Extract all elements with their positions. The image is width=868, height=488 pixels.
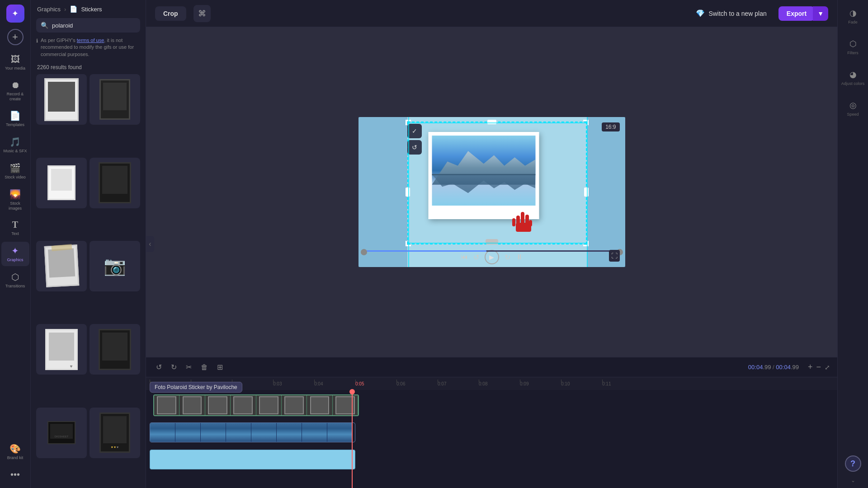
results-count: 2260 results found	[31, 62, 146, 74]
sidebar-item-record-create[interactable]: ⏺ Record &create	[1, 76, 29, 105]
right-tool-fade[interactable]: ◑ Fade	[840, 5, 867, 28]
adjust-colors-icon: ◕	[849, 70, 857, 80]
forward-button[interactable]: ↻	[505, 253, 510, 262]
right-tool-filters[interactable]: ⬡ Filters	[840, 35, 867, 59]
crop-drag-handle[interactable]	[486, 239, 498, 244]
video-thumb	[201, 423, 226, 442]
track-blue-bar[interactable]	[150, 450, 355, 469]
sticker-item[interactable]	[90, 324, 140, 375]
track-blue	[146, 447, 837, 472]
search-icon: 🔍	[41, 22, 48, 29]
search-input[interactable]	[52, 22, 136, 29]
mask-icon: ⌘	[198, 9, 206, 18]
track-frame	[333, 395, 358, 415]
crop-line-top	[408, 122, 588, 123]
filters-icon: ⬡	[849, 39, 857, 49]
your-media-icon: 🖼	[11, 54, 20, 65]
sidebar-item-graphics[interactable]: ✦ Graphics	[1, 242, 29, 266]
timeline-zoom-out-button[interactable]: −	[816, 362, 821, 372]
timeline-toolbar: ↺ ↻ ✂ 🗑 ⊞ 00:04.99 / 00:04.99 + − ⤢	[146, 357, 837, 377]
export-button[interactable]: Export	[778, 6, 815, 21]
playhead[interactable]	[352, 390, 353, 488]
sidebar-item-music-sfx[interactable]: 🎵 Music & SFX	[1, 133, 29, 157]
speed-icon: ◎	[849, 100, 857, 110]
crop-button[interactable]: Crop	[155, 6, 186, 21]
sticker-item[interactable]	[36, 241, 87, 291]
ruler-mark: 0:10	[561, 381, 602, 386]
sidebar-item-more[interactable]: •••	[1, 466, 29, 483]
scrubber-progress	[363, 250, 487, 252]
sticker-item[interactable]	[36, 158, 87, 208]
timeline-redo-button[interactable]: ↻	[168, 360, 179, 374]
top-bar: Crop ⌘ 💎 Switch to a new plan Export ▼	[146, 0, 837, 27]
right-tool-adjust-colors[interactable]: ◕ Adjust colors	[840, 66, 867, 89]
mountain-reflection	[432, 174, 535, 206]
timeline-expand-button[interactable]: ⤢	[825, 364, 830, 371]
play-button[interactable]: ▶	[485, 250, 499, 264]
track-frame	[282, 395, 307, 415]
sticker-grid: 📷 ♥ DIGSHEET ♥ ♥ ♥	[31, 74, 146, 488]
sticker-item[interactable]: DIGSHEET	[36, 408, 87, 458]
templates-icon: 📄	[9, 110, 21, 121]
sidebar-item-stock-video[interactable]: 🎬 Stock video	[1, 159, 29, 183]
right-sidebar-expand-button[interactable]: ⌄	[851, 477, 855, 483]
skip-back-button[interactable]: ⏮	[461, 253, 468, 261]
rewind-button[interactable]: ↺	[473, 253, 479, 262]
pause-button[interactable]: ⏸	[516, 253, 523, 261]
help-button[interactable]: ?	[845, 455, 861, 472]
timeline-delete-button[interactable]: 🗑	[198, 361, 211, 374]
sidebar-item-text[interactable]: T Text	[1, 216, 29, 240]
mask-button[interactable]: ⌘	[193, 5, 211, 22]
export-label: Export	[787, 10, 807, 17]
right-tool-speed[interactable]: ◎ Speed	[840, 97, 867, 120]
crop-overlay-left	[359, 117, 407, 267]
sidebar-item-brand-kit[interactable]: 🎨 Brand kit	[1, 440, 29, 464]
timeline-zoom-in-button[interactable]: +	[808, 362, 813, 372]
timeline-undo-button[interactable]: ↺	[153, 360, 165, 374]
timeline-cut-button[interactable]: ✂	[183, 360, 194, 374]
scrubber-thumb-left[interactable]	[361, 249, 367, 255]
aspect-ratio-badge: 16:9	[602, 122, 619, 131]
video-segment	[150, 423, 353, 442]
undo-icon: ↺	[412, 144, 417, 151]
ruler-mark: 0:04	[314, 381, 355, 386]
crop-line-left	[408, 117, 409, 267]
giphy-terms-link[interactable]: terms of use	[77, 38, 104, 43]
sidebar-item-templates[interactable]: 📄 Templates	[1, 107, 29, 131]
scrubber-track[interactable]	[363, 250, 621, 252]
crop-handle-bottom-right	[583, 241, 589, 246]
sidebar-item-transitions[interactable]: ⬡ Transitions	[1, 268, 29, 292]
help-icon: ?	[850, 459, 855, 469]
record-create-icon: ⏺	[11, 80, 20, 90]
left-sidebar: ✦ + 🖼 Your media ⏺ Record &create 📄 Temp…	[0, 0, 31, 488]
sidebar-item-your-media[interactable]: 🖼 Your media	[1, 51, 29, 75]
crop-confirm-button[interactable]: ✓	[407, 124, 422, 138]
add-content-button[interactable]: +	[7, 29, 24, 45]
export-dropdown-button[interactable]: ▼	[813, 6, 828, 21]
crop-reset-button[interactable]: ↺	[407, 140, 422, 155]
text-icon: T	[12, 220, 18, 230]
ruler-mark: 0:03	[273, 381, 314, 386]
music-sfx-icon: 🎵	[9, 136, 21, 147]
timeline-zoom-controls: + − ⤢	[808, 362, 830, 372]
switch-plan-button[interactable]: 💎 Switch to a new plan	[689, 5, 773, 21]
app-logo: ✦	[6, 5, 24, 23]
top-bar-right: 💎 Switch to a new plan Export ▼	[689, 5, 828, 21]
video-thumb	[327, 423, 353, 442]
sticker-item[interactable]: 📷	[90, 241, 140, 291]
track-video-inner[interactable]	[150, 422, 355, 442]
sticker-item[interactable]	[90, 158, 140, 208]
sidebar-item-stock-images[interactable]: 🌄 Stock images	[1, 185, 29, 215]
ruler-mark: 0:06	[396, 381, 438, 386]
fullscreen-button[interactable]: ⛶	[609, 250, 620, 262]
crop-label: Crop	[163, 10, 178, 17]
timeline-layers-button[interactable]: ⊞	[214, 360, 226, 374]
sticker-item[interactable]	[90, 74, 140, 125]
brand-kit-icon: 🎨	[9, 443, 21, 454]
collapse-panel-button[interactable]: ‹	[146, 236, 154, 252]
sticker-item[interactable]	[36, 74, 87, 125]
track-sticker-inner: Foto Polaroid Sticker by Paviloche	[150, 394, 359, 416]
track-frames[interactable]	[153, 394, 359, 416]
sticker-item[interactable]: ♥ ♥ ♥	[90, 408, 140, 458]
sticker-item[interactable]: ♥	[36, 324, 87, 375]
